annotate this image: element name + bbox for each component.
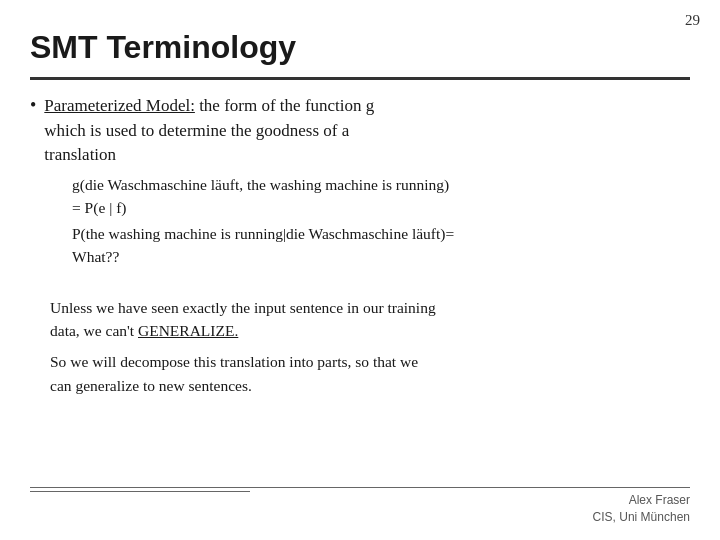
- bullet-text-line2: which is used to determine the goodness …: [44, 121, 349, 140]
- bullet-text-line3: translation: [44, 145, 116, 164]
- bullet-text-line1: the form of the function g: [195, 96, 374, 115]
- extra-content: Unless we have seen exactly the input se…: [0, 282, 720, 397]
- sub-item-1-line1: g(die Waschmaschine läuft, the washing m…: [72, 176, 449, 193]
- extra-para-1: Unless we have seen exactly the input se…: [50, 296, 690, 343]
- extra-para-2: So we will decompose this translation in…: [50, 350, 690, 397]
- sub-items: g(die Waschmaschine läuft, the washing m…: [30, 174, 690, 268]
- content-area: • Parameterized Model: the form of the f…: [0, 80, 720, 282]
- sub-item-1-line2: = P(e | f): [72, 199, 126, 216]
- parameterized-model-label: Parameterized Model:: [44, 96, 195, 115]
- footer-author: Alex Fraser: [629, 493, 690, 507]
- bullet-text: Parameterized Model: the form of the fun…: [44, 94, 374, 168]
- sub-item-2-line1: P(the washing machine is running|die Was…: [72, 225, 454, 242]
- footer-line: [30, 487, 690, 489]
- page-number: 29: [685, 12, 700, 29]
- sub-item-1: g(die Waschmaschine läuft, the washing m…: [72, 174, 690, 219]
- sub-item-2-line2: What??: [72, 248, 119, 265]
- bullet-item: • Parameterized Model: the form of the f…: [30, 94, 690, 168]
- bullet-dot: •: [30, 95, 36, 116]
- title-section: SMT Terminology: [0, 0, 720, 73]
- extra-para-1-line2: data, we can't GENERALIZE.: [50, 322, 238, 339]
- footer-area: Alex Fraser CIS, Uni München: [30, 487, 690, 526]
- slide-title: SMT Terminology: [30, 30, 690, 65]
- footer-text: Alex Fraser CIS, Uni München: [593, 492, 690, 526]
- extra-para-1-line1: Unless we have seen exactly the input se…: [50, 299, 436, 316]
- footer-affiliation: CIS, Uni München: [593, 510, 690, 524]
- extra-para-2-line2: can generalize to new sentences.: [50, 377, 252, 394]
- extra-para-2-line1: So we will decompose this translation in…: [50, 353, 418, 370]
- generalize-word: GENERALIZE.: [138, 322, 238, 339]
- sub-item-2: P(the washing machine is running|die Was…: [72, 223, 690, 268]
